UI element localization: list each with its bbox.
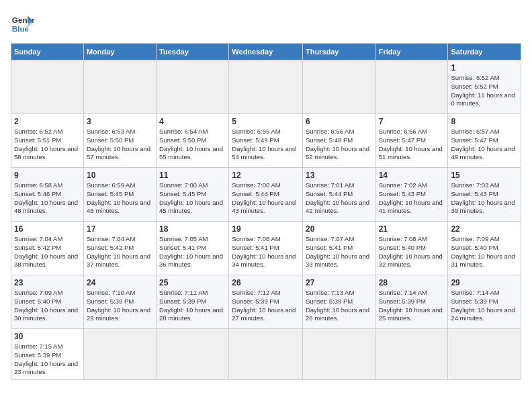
day-number: 16: [14, 224, 81, 234]
day-info: Sunrise: 7:02 AM Sunset: 5:43 PM Dayligh…: [379, 181, 445, 216]
day-info: Sunrise: 6:55 AM Sunset: 5:49 PM Dayligh…: [232, 128, 300, 162]
day-number: 1: [451, 63, 518, 73]
day-number: 2: [14, 117, 81, 126]
calendar-cell: 2Sunrise: 6:52 AM Sunset: 5:51 PM Daylig…: [11, 114, 84, 168]
day-number: 27: [306, 278, 373, 287]
calendar-cell: 22Sunrise: 7:09 AM Sunset: 5:40 PM Dayli…: [448, 222, 521, 275]
calendar-cell: 6Sunrise: 6:56 AM Sunset: 5:48 PM Daylig…: [302, 114, 375, 168]
day-info: Sunrise: 7:00 AM Sunset: 5:45 PM Dayligh…: [159, 181, 226, 216]
calendar-cell: 30Sunrise: 7:15 AM Sunset: 5:39 PM Dayli…: [11, 329, 84, 380]
calendar-week-row: 16Sunrise: 7:04 AM Sunset: 5:42 PM Dayli…: [11, 222, 521, 275]
day-info: Sunrise: 7:05 AM Sunset: 5:41 PM Dayligh…: [159, 235, 226, 269]
calendar-cell: 17Sunrise: 7:04 AM Sunset: 5:42 PM Dayli…: [83, 222, 156, 275]
day-info: Sunrise: 7:15 AM Sunset: 5:39 PM Dayligh…: [14, 342, 81, 377]
day-info: Sunrise: 6:52 AM Sunset: 5:52 PM Dayligh…: [451, 74, 518, 108]
calendar-week-row: 1Sunrise: 6:52 AM Sunset: 5:52 PM Daylig…: [11, 60, 521, 114]
calendar-cell: 28Sunrise: 7:14 AM Sunset: 5:39 PM Dayli…: [375, 275, 448, 329]
calendar-cell: [375, 329, 448, 380]
svg-text:Blue: Blue: [12, 24, 30, 33]
day-number: 19: [232, 224, 300, 234]
calendar-cell: 5Sunrise: 6:55 AM Sunset: 5:49 PM Daylig…: [229, 114, 303, 168]
day-number: 29: [451, 278, 518, 287]
day-info: Sunrise: 6:53 AM Sunset: 5:50 PM Dayligh…: [87, 128, 153, 162]
calendar-cell: [375, 60, 448, 114]
day-info: Sunrise: 7:11 AM Sunset: 5:39 PM Dayligh…: [159, 289, 226, 323]
calendar-cell: 24Sunrise: 7:10 AM Sunset: 5:39 PM Dayli…: [83, 275, 156, 329]
calendar-cell: 15Sunrise: 7:03 AM Sunset: 5:43 PM Dayli…: [448, 168, 521, 222]
calendar-cell: 19Sunrise: 7:06 AM Sunset: 5:41 PM Dayli…: [229, 222, 303, 275]
calendar-cell: 18Sunrise: 7:05 AM Sunset: 5:41 PM Dayli…: [157, 222, 229, 275]
day-info: Sunrise: 7:00 AM Sunset: 5:44 PM Dayligh…: [232, 181, 300, 216]
logo: General Blue: [11, 11, 39, 35]
day-info: Sunrise: 6:54 AM Sunset: 5:50 PM Dayligh…: [159, 128, 226, 162]
day-number: 5: [232, 117, 300, 126]
page-header: General Blue: [11, 11, 521, 35]
day-number: 28: [379, 278, 445, 287]
weekday-header: Sunday: [11, 44, 84, 60]
weekday-row: SundayMondayTuesdayWednesdayThursdayFrid…: [11, 44, 521, 60]
weekday-header: Saturday: [448, 44, 521, 60]
day-number: 26: [232, 278, 300, 287]
calendar-cell: [229, 329, 303, 380]
calendar-cell: [302, 329, 375, 380]
day-info: Sunrise: 7:14 AM Sunset: 5:39 PM Dayligh…: [451, 289, 518, 323]
calendar-week-row: 9Sunrise: 6:58 AM Sunset: 5:46 PM Daylig…: [11, 168, 521, 222]
day-info: Sunrise: 7:04 AM Sunset: 5:42 PM Dayligh…: [87, 235, 153, 269]
day-number: 12: [232, 171, 300, 180]
calendar-body: 1Sunrise: 6:52 AM Sunset: 5:52 PM Daylig…: [11, 60, 521, 380]
calendar-week-row: 2Sunrise: 6:52 AM Sunset: 5:51 PM Daylig…: [11, 114, 521, 168]
calendar-cell: 1Sunrise: 6:52 AM Sunset: 5:52 PM Daylig…: [448, 60, 521, 114]
day-number: 17: [87, 224, 153, 234]
day-number: 7: [379, 117, 445, 126]
calendar-cell: 9Sunrise: 6:58 AM Sunset: 5:46 PM Daylig…: [11, 168, 84, 222]
calendar-cell: [83, 329, 156, 380]
day-info: Sunrise: 7:04 AM Sunset: 5:42 PM Dayligh…: [14, 235, 81, 269]
calendar-cell: 8Sunrise: 6:57 AM Sunset: 5:47 PM Daylig…: [448, 114, 521, 168]
calendar-header: SundayMondayTuesdayWednesdayThursdayFrid…: [11, 44, 521, 60]
day-number: 10: [87, 171, 153, 180]
calendar-cell: 16Sunrise: 7:04 AM Sunset: 5:42 PM Dayli…: [11, 222, 84, 275]
calendar-cell: 25Sunrise: 7:11 AM Sunset: 5:39 PM Dayli…: [157, 275, 229, 329]
weekday-header: Friday: [375, 44, 448, 60]
day-info: Sunrise: 6:58 AM Sunset: 5:46 PM Dayligh…: [14, 181, 81, 216]
day-number: 6: [306, 117, 373, 126]
calendar-cell: [11, 60, 84, 114]
day-number: 18: [159, 224, 226, 234]
day-info: Sunrise: 7:01 AM Sunset: 5:44 PM Dayligh…: [306, 181, 373, 216]
calendar-cell: [157, 60, 229, 114]
calendar-week-row: 30Sunrise: 7:15 AM Sunset: 5:39 PM Dayli…: [11, 329, 521, 380]
calendar-cell: 12Sunrise: 7:00 AM Sunset: 5:44 PM Dayli…: [229, 168, 303, 222]
calendar-cell: 10Sunrise: 6:59 AM Sunset: 5:45 PM Dayli…: [83, 168, 156, 222]
day-number: 24: [87, 278, 153, 287]
calendar-cell: 13Sunrise: 7:01 AM Sunset: 5:44 PM Dayli…: [302, 168, 375, 222]
day-info: Sunrise: 7:10 AM Sunset: 5:39 PM Dayligh…: [87, 289, 153, 323]
weekday-header: Tuesday: [157, 44, 229, 60]
calendar-cell: 21Sunrise: 7:08 AM Sunset: 5:40 PM Dayli…: [375, 222, 448, 275]
day-info: Sunrise: 7:07 AM Sunset: 5:41 PM Dayligh…: [306, 235, 373, 269]
day-info: Sunrise: 6:57 AM Sunset: 5:47 PM Dayligh…: [451, 128, 518, 162]
day-info: Sunrise: 7:13 AM Sunset: 5:39 PM Dayligh…: [306, 289, 373, 323]
day-info: Sunrise: 7:09 AM Sunset: 5:40 PM Dayligh…: [451, 235, 518, 269]
calendar-cell: 27Sunrise: 7:13 AM Sunset: 5:39 PM Dayli…: [302, 275, 375, 329]
calendar-cell: 7Sunrise: 6:56 AM Sunset: 5:47 PM Daylig…: [375, 114, 448, 168]
logo-icon: General Blue: [11, 11, 35, 35]
calendar-cell: [229, 60, 303, 114]
calendar-cell: 14Sunrise: 7:02 AM Sunset: 5:43 PM Dayli…: [375, 168, 448, 222]
day-number: 23: [14, 278, 81, 287]
day-number: 4: [159, 117, 226, 126]
calendar-cell: [157, 329, 229, 380]
calendar-cell: 3Sunrise: 6:53 AM Sunset: 5:50 PM Daylig…: [83, 114, 156, 168]
calendar-cell: [448, 329, 521, 380]
day-info: Sunrise: 7:09 AM Sunset: 5:40 PM Dayligh…: [14, 289, 81, 323]
calendar-cell: 26Sunrise: 7:12 AM Sunset: 5:39 PM Dayli…: [229, 275, 303, 329]
day-info: Sunrise: 6:59 AM Sunset: 5:45 PM Dayligh…: [87, 181, 153, 216]
calendar-cell: [83, 60, 156, 114]
day-number: 21: [379, 224, 445, 234]
day-number: 11: [159, 171, 226, 180]
day-info: Sunrise: 7:06 AM Sunset: 5:41 PM Dayligh…: [232, 235, 300, 269]
weekday-header: Monday: [83, 44, 156, 60]
calendar-week-row: 23Sunrise: 7:09 AM Sunset: 5:40 PM Dayli…: [11, 275, 521, 329]
weekday-header: Wednesday: [229, 44, 303, 60]
day-number: 22: [451, 224, 518, 234]
calendar-cell: 11Sunrise: 7:00 AM Sunset: 5:45 PM Dayli…: [157, 168, 229, 222]
